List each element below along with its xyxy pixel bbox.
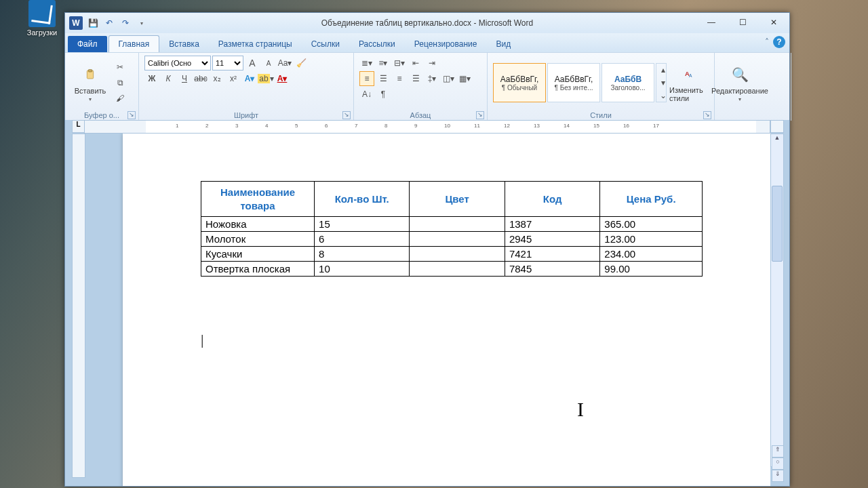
select-browse-icon[interactable]: ○ [772,458,784,470]
close-button[interactable]: ✕ [758,13,789,32]
gallery-down-icon[interactable]: ▾ [656,77,670,89]
view-ruler-toggle[interactable] [770,120,784,133]
sort-icon[interactable]: A↓ [359,87,374,102]
underline-button[interactable]: Ч [177,71,192,86]
copy-icon[interactable]: ⧉ [113,75,127,90]
paste-button[interactable]: Вставить ▾ [71,64,110,102]
help-icon[interactable]: ? [773,36,785,48]
numbering-icon[interactable]: ≡▾ [376,56,391,70]
table-cell[interactable] [410,232,505,247]
table-cell[interactable]: 7845 [505,262,599,277]
undo-icon[interactable]: ↶ [103,17,115,29]
desktop-shortcut-downloads[interactable]: Загрузки [20,0,64,37]
gallery-more-icon[interactable]: ⌄ [656,89,670,102]
window-title: Объединение таблиц вертикально.docx - Mi… [65,18,789,28]
table-cell[interactable]: 1387 [505,217,599,232]
strikethrough-button[interactable]: abc [193,71,208,86]
table-cell[interactable]: 7421 [505,247,599,262]
style-normal[interactable]: АаБбВвГг, ¶ Обычный [493,63,546,102]
style-heading1[interactable]: АаБбВ Заголово... [601,63,654,102]
table-row[interactable]: Ножовка151387365.00 [201,217,703,232]
tab-review[interactable]: Рецензирование [405,36,487,52]
table-row[interactable]: Молоток62945123.00 [201,232,703,247]
subscript-button[interactable]: x₂ [210,71,224,86]
text-effects-icon[interactable]: A▾ [242,71,257,86]
table-cell[interactable]: 365.00 [600,217,703,232]
vertical-scrollbar[interactable]: ▲ ▼ [770,134,784,467]
italic-button[interactable]: К [161,71,176,86]
decrease-indent-icon[interactable]: ⇤ [408,56,423,70]
scroll-up-icon[interactable]: ▲ [771,134,783,145]
table-cell[interactable]: Отвертка плоская [201,262,315,277]
align-right-icon[interactable]: ≡ [392,71,407,86]
table-cell[interactable]: Кусачки [201,247,315,262]
document-table[interactable]: Наименование товара Кол-во Шт. Цвет Код … [201,181,703,277]
font-color-icon[interactable]: A▾ [275,71,290,86]
style-nospacing[interactable]: АаБбВвГг, ¶ Без инте... [547,63,600,102]
table-cell[interactable]: 2945 [505,232,599,247]
multilevel-icon[interactable]: ⊟▾ [392,56,407,70]
dialog-launcher-icon[interactable]: ↘ [703,111,711,119]
borders-icon[interactable]: ▦▾ [457,71,472,86]
vertical-ruler[interactable] [72,134,85,478]
table-cell[interactable] [410,262,505,277]
prev-page-icon[interactable]: ⇑ [772,445,784,458]
line-spacing-icon[interactable]: ‡▾ [425,71,439,86]
shading-icon[interactable]: ◫▾ [441,71,456,86]
table-cell[interactable]: 8 [315,247,410,262]
font-size-select[interactable]: 11 [212,56,243,70]
table-cell[interactable]: 99.00 [600,262,703,277]
change-case-icon[interactable]: Aa▾ [277,56,292,70]
gallery-up-icon[interactable]: ▴ [656,64,670,76]
justify-icon[interactable]: ☰ [408,71,423,86]
grow-font-icon[interactable]: A [245,56,260,70]
horizontal-ruler[interactable]: 1234567891011121314151617 [84,120,770,134]
table-row[interactable]: Кусачки87421234.00 [201,247,703,262]
tab-insert[interactable]: Вставка [159,36,209,52]
format-painter-icon[interactable]: 🖌 [113,91,127,106]
change-styles-button[interactable]: AA Изменить стили [669,63,709,102]
font-family-select[interactable]: Calibri (Осно [144,56,211,70]
scroll-thumb[interactable] [772,186,783,262]
table-cell[interactable] [410,217,505,232]
redo-icon[interactable]: ↷ [119,17,132,29]
save-icon[interactable]: 💾 [87,17,99,29]
bullets-icon[interactable]: ≣▾ [359,56,374,70]
table-cell[interactable]: 10 [315,262,410,277]
dialog-launcher-icon[interactable]: ↘ [127,111,136,119]
highlight-icon[interactable]: ab▾ [258,71,273,86]
superscript-button[interactable]: x² [226,71,241,86]
tab-file[interactable]: Файл [68,36,107,52]
editing-button[interactable]: 🔍 Редактирование ▾ [720,64,760,102]
table-cell[interactable]: 123.00 [600,232,703,247]
tab-mailings[interactable]: Рассылки [349,36,405,52]
tab-home[interactable]: Главная [108,35,160,52]
align-center-icon[interactable]: ☰ [376,71,391,86]
qat-more-icon[interactable]: ▾ [136,17,148,29]
table-cell[interactable]: 15 [315,217,410,232]
minimize-ribbon-icon[interactable]: ˄ [765,37,769,47]
table-cell[interactable]: Молоток [201,232,315,247]
shrink-font-icon[interactable]: A [261,56,276,70]
tab-references[interactable]: Ссылки [302,36,349,52]
table-cell[interactable]: Ножовка [201,217,315,232]
dialog-launcher-icon[interactable]: ↘ [476,111,484,119]
document-viewport[interactable]: Наименование товара Кол-во Шт. Цвет Код … [85,134,770,486]
table-cell[interactable] [410,247,505,262]
show-marks-icon[interactable]: ¶ [376,87,391,102]
tab-layout[interactable]: Разметка страницы [209,36,302,52]
increase-indent-icon[interactable]: ⇥ [425,56,439,70]
table-cell[interactable]: 6 [315,232,410,247]
dialog-launcher-icon[interactable]: ↘ [342,111,351,119]
maximize-button[interactable]: ☐ [727,13,758,32]
table-cell[interactable]: 234.00 [600,247,703,262]
table-row[interactable]: Отвертка плоская10784599.00 [201,262,703,277]
next-page-icon[interactable]: ⇓ [772,470,784,482]
bold-button[interactable]: Ж [144,71,159,86]
align-left-icon[interactable]: ≡ [359,71,374,86]
minimize-button[interactable]: — [696,13,727,32]
tab-view[interactable]: Вид [486,36,520,52]
cut-icon[interactable]: ✂ [113,60,127,75]
tab-selector[interactable]: L [72,120,85,133]
clear-format-icon[interactable]: 🧹 [294,56,309,70]
